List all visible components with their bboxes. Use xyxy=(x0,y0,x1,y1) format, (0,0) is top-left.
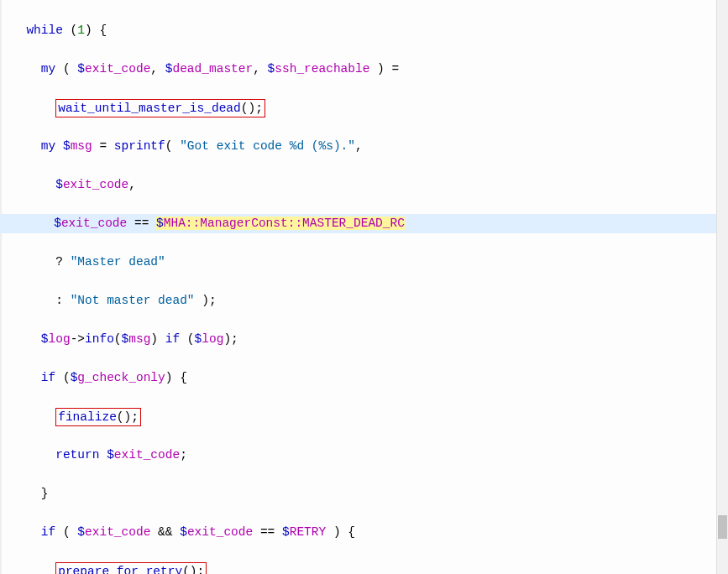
code-line: my ( $exit_code, $dead_master, $ssh_reac… xyxy=(10,60,728,79)
code-line: $exit_code, xyxy=(10,175,728,195)
code-line: while (1) { xyxy=(10,21,728,40)
code-line: $log->info($msg) if ($log); xyxy=(10,330,728,349)
code-line: return $exit_code; xyxy=(10,446,728,465)
highlight-box: finalize(); xyxy=(55,408,141,426)
highlighted-line: $exit_code == $MHA::ManagerConst::MASTER… xyxy=(0,214,728,233)
code-line: prepare_for_retry(); xyxy=(10,561,728,574)
scrollbar-thumb[interactable] xyxy=(718,515,727,539)
highlight-box: prepare_for_retry(); xyxy=(55,562,207,574)
code-line: if ( $exit_code && $exit_code == $RETRY … xyxy=(10,523,728,542)
code-line: ? "Master dead" xyxy=(10,253,728,272)
highlight-box: wait_until_master_is_dead(); xyxy=(55,99,265,117)
code-line: if ($g_check_only) { xyxy=(10,368,728,388)
code-line: } xyxy=(10,484,728,504)
code-line: my $msg = sprintf( "Got exit code %d (%s… xyxy=(10,137,728,156)
code-line: finalize(); xyxy=(10,407,728,426)
code-block: while (1) { my ( $exit_code, $dead_maste… xyxy=(0,0,728,574)
code-line: wait_until_master_is_dead(); xyxy=(10,98,728,117)
vertical-scrollbar[interactable] xyxy=(716,0,728,574)
code-line: : "Not master dead" ); xyxy=(10,291,728,310)
